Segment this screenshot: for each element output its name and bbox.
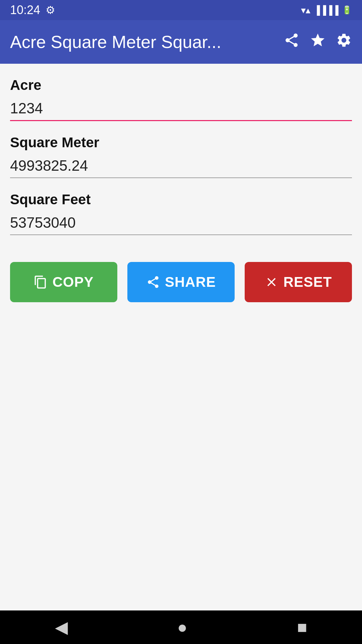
- square-feet-label: Square Feet: [10, 192, 352, 208]
- app-title: Acre Square Meter Squar...: [10, 32, 277, 52]
- square-meter-section: Square Meter: [10, 135, 352, 192]
- reset-icon: [264, 275, 279, 289]
- acre-section: Acre: [10, 77, 352, 135]
- recents-nav-icon[interactable]: ■: [297, 618, 307, 637]
- battery-icon: 🔋: [342, 5, 352, 15]
- status-settings-icon: ⚙: [46, 4, 55, 16]
- acre-input[interactable]: [10, 97, 352, 121]
- copy-button[interactable]: COPY: [10, 262, 117, 302]
- favorite-icon[interactable]: [310, 32, 326, 52]
- copy-icon: [34, 275, 48, 289]
- back-nav-icon[interactable]: ◀: [55, 618, 68, 637]
- app-bar: Acre Square Meter Squar...: [0, 20, 362, 64]
- status-bar: 10:24 ⚙ ▾▴ ▐▐▐▐ 🔋: [0, 0, 362, 20]
- home-nav-icon[interactable]: ●: [177, 618, 187, 637]
- app-bar-icons: [284, 32, 352, 52]
- square-meter-label: Square Meter: [10, 135, 352, 151]
- reset-button[interactable]: RESET: [245, 262, 352, 302]
- share-button[interactable]: SHARE: [127, 262, 235, 302]
- square-meter-output: [10, 154, 352, 178]
- share-icon[interactable]: [284, 32, 300, 52]
- copy-label: COPY: [52, 274, 94, 290]
- square-feet-section: Square Feet: [10, 192, 352, 249]
- reset-label: RESET: [283, 274, 332, 290]
- acre-label: Acre: [10, 77, 352, 93]
- wifi-icon: ▾▴: [301, 5, 310, 16]
- status-time: 10:24: [10, 3, 40, 17]
- status-left: 10:24 ⚙: [10, 3, 55, 17]
- main-content: Acre Square Meter Square Feet COPY SHARE: [0, 64, 362, 316]
- status-right: ▾▴ ▐▐▐▐ 🔋: [301, 5, 352, 16]
- share-label: SHARE: [165, 274, 216, 290]
- share-btn-icon: [146, 275, 160, 289]
- bottom-nav: ◀ ● ■: [0, 610, 362, 644]
- action-buttons: COPY SHARE RESET: [10, 262, 352, 302]
- signal-icon: ▐▐▐▐: [314, 5, 339, 15]
- square-feet-output: [10, 211, 352, 235]
- settings-icon[interactable]: [336, 32, 352, 52]
